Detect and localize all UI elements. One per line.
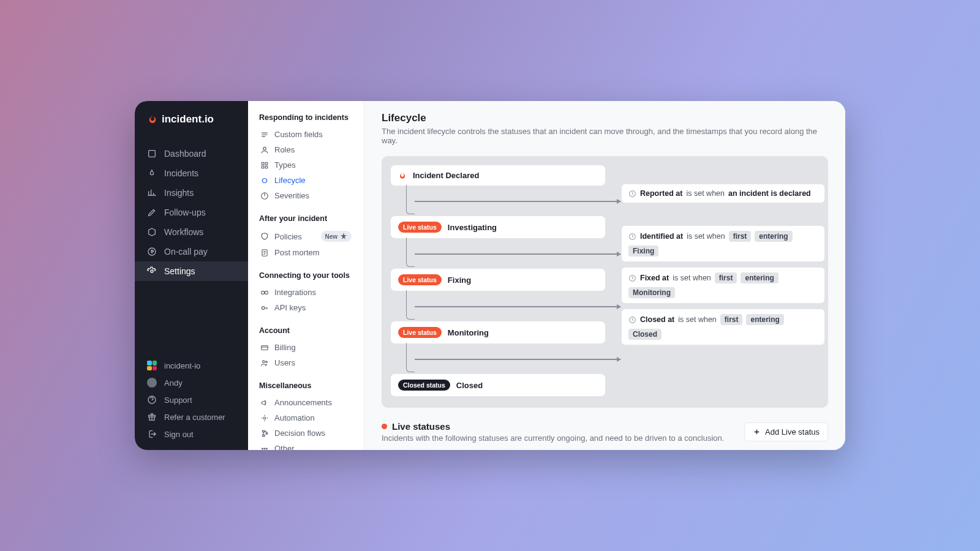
item-icon [260, 399, 269, 407]
nav-dashboard[interactable]: Dashboard [135, 144, 248, 163]
item-icon [260, 343, 269, 352]
closed-badge: Closed status [398, 380, 450, 391]
clock-icon [628, 190, 636, 198]
svg-rect-8 [262, 166, 264, 168]
page-title: Lifecycle [382, 112, 828, 124]
svg-point-19 [262, 448, 263, 449]
nav-followups[interactable]: Follow-ups [135, 203, 248, 222]
help-icon [147, 395, 157, 405]
settings-item-custom-fields[interactable]: Custom fields [257, 127, 355, 142]
svg-point-5 [263, 147, 266, 150]
item-icon [260, 429, 269, 438]
chip: Closed [628, 329, 662, 340]
arrow [415, 201, 620, 202]
settings-group-title: Responding to incidents [259, 113, 355, 122]
nav-footer: incident-io Andy Support Refer a custome… [135, 357, 248, 443]
settings-item-api-keys[interactable]: API keys [257, 300, 355, 315]
settings-item-decision-flows[interactable]: Decision flows [257, 425, 355, 441]
main-content: Lifecycle The incident lifecycle control… [364, 101, 845, 450]
settings-item-other[interactable]: Other [257, 441, 355, 450]
footer-signout[interactable]: Sign out [135, 425, 248, 443]
timestamp-card-identified-at[interactable]: Identified at is set when first entering… [621, 225, 825, 262]
svg-point-18 [263, 417, 266, 419]
timestamp-card-reported-at[interactable]: Reported at is set when an incident is d… [621, 184, 825, 203]
settings-item-policies[interactable]: PoliciesNew [257, 228, 355, 245]
gear-icon [147, 266, 157, 276]
footer-slack[interactable]: incident-io [135, 357, 248, 374]
live-section-title: Live statuses [382, 421, 724, 432]
signout-icon [147, 429, 157, 439]
nav-workflows[interactable]: Workflows [135, 222, 248, 242]
status-card-closed[interactable]: Closed statusClosed [390, 373, 606, 397]
plus-icon [753, 428, 761, 436]
item-icon [260, 192, 269, 200]
arrow [415, 253, 620, 255]
nav-main: Dashboard Incidents Insights Follow-ups … [135, 144, 248, 357]
slack-icon [147, 361, 157, 370]
chip: first [720, 314, 743, 325]
flame-icon [147, 168, 157, 178]
item-icon [260, 288, 269, 297]
nav-incidents[interactable]: Incidents [135, 163, 248, 183]
new-badge: New [321, 231, 352, 242]
svg-point-14 [262, 306, 265, 309]
lifecycle-diagram: Incident DeclaredLive statusInvestigatin… [382, 156, 828, 408]
add-live-status-button[interactable]: Add Live status [744, 422, 828, 441]
status-card-monitoring[interactable]: Live statusMonitoring [390, 321, 606, 344]
settings-item-billing[interactable]: Billing [257, 340, 355, 355]
svg-point-2 [151, 270, 153, 272]
svg-rect-15 [262, 345, 268, 350]
live-dot-icon [382, 424, 387, 429]
svg-rect-0 [149, 151, 156, 157]
clock-icon [628, 316, 636, 324]
chip: entering [755, 231, 792, 242]
item-icon [260, 146, 269, 154]
settings-group-title: Account [259, 326, 355, 335]
package-icon [147, 227, 157, 237]
item-icon [260, 161, 269, 170]
settings-item-automation[interactable]: Automation [257, 410, 355, 425]
chip: first [729, 231, 752, 242]
currency-icon [147, 247, 157, 257]
footer-refer[interactable]: Refer a customer [135, 408, 248, 425]
primary-sidebar: incident.io Dashboard Incidents Insights… [135, 101, 248, 450]
settings-item-lifecycle[interactable]: Lifecycle [257, 173, 355, 188]
page-subtitle: The incident lifecycle controls the stat… [382, 127, 828, 145]
settings-sidebar: Responding to incidentsCustom fieldsRole… [248, 101, 364, 450]
footer-support[interactable]: Support [135, 391, 248, 408]
settings-item-integrations[interactable]: Integrations [257, 285, 355, 300]
status-card-incident-declared[interactable]: Incident Declared [390, 165, 606, 186]
flame-icon [398, 171, 407, 180]
gift-icon [147, 412, 157, 422]
avatar [147, 378, 157, 388]
nav-oncall[interactable]: On-call pay [135, 242, 248, 261]
settings-item-types[interactable]: Types [257, 157, 355, 173]
svg-rect-12 [262, 291, 265, 294]
item-icon [260, 130, 269, 139]
settings-group-title: Miscellaneous [259, 381, 355, 390]
brand-name: incident.io [162, 113, 214, 126]
arrow [415, 306, 620, 307]
chart-icon [147, 188, 157, 198]
nav-settings[interactable]: Settings [135, 261, 248, 281]
svg-point-16 [263, 360, 265, 362]
settings-item-users[interactable]: Users [257, 355, 355, 370]
settings-item-severities[interactable]: Severities [257, 188, 355, 203]
brand-logo: incident.io [135, 113, 248, 144]
chip: Fixing [628, 246, 658, 257]
status-card-fixing[interactable]: Live statusFixing [390, 268, 606, 291]
footer-user[interactable]: Andy [135, 374, 248, 391]
item-icon [260, 414, 269, 422]
chip: Monitoring [628, 287, 675, 298]
svg-rect-6 [262, 162, 264, 165]
timestamp-card-closed-at[interactable]: Closed at is set when first entering Clo… [621, 309, 825, 345]
settings-item-post-mortem[interactable]: Post mortem [257, 245, 355, 260]
timestamp-card-fixed-at[interactable]: Fixed at is set when first entering Moni… [621, 267, 825, 304]
settings-item-roles[interactable]: Roles [257, 142, 355, 157]
nav-insights[interactable]: Insights [135, 183, 248, 203]
settings-item-announcements[interactable]: Announcements [257, 395, 355, 410]
status-card-investigating[interactable]: Live statusInvestigating [390, 216, 606, 239]
live-badge: Live status [398, 274, 442, 285]
dashboard-icon [147, 149, 157, 159]
pencil-icon [147, 208, 157, 217]
